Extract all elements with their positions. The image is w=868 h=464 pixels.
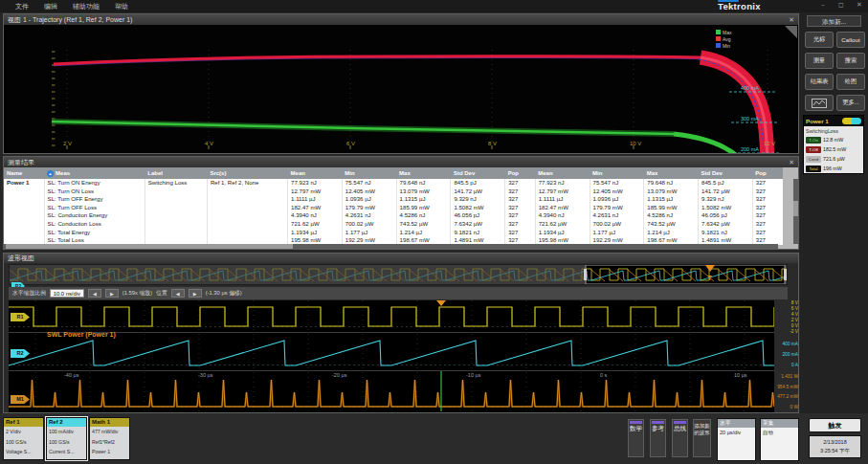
waveform-overview[interactable]: T R2: [9, 264, 788, 285]
toolbar-label: 水平缩放比例: [12, 289, 46, 298]
column-header-srcs[interactable]: Src(s): [207, 167, 287, 179]
toolbar-label: (-1.30 µs 偏移): [206, 289, 242, 298]
time-tick-label: 10 µs: [734, 372, 747, 378]
cell-value: 4.3940 nJ: [535, 211, 590, 220]
menu-item-文件[interactable]: 文件: [15, 2, 29, 11]
selection-handle-right[interactable]: [784, 269, 787, 280]
horizontal-panel[interactable]: 水平 20 µs/div: [717, 418, 756, 461]
results-titlebar[interactable]: 测量结果 ✕: [4, 157, 798, 167]
maximize-icon[interactable]: ◻: [836, 1, 846, 11]
column-header-mean[interactable]: Mean: [288, 167, 343, 179]
waveform-titlebar[interactable]: 波形视图: [4, 254, 798, 263]
cell-value: 4.3940 nJ: [288, 211, 343, 220]
column-header-min[interactable]: Min: [590, 167, 644, 179]
table-row[interactable]: SL: Turn OFF Loss182.47 mW179.79 mW185.9…: [4, 204, 783, 212]
close-icon[interactable]: ✕: [789, 16, 794, 24]
logo-swoosh-icon: [718, 0, 739, 2]
cell-value: 179.79 mW: [590, 204, 644, 212]
toolbar-button[interactable]: ◀: [88, 289, 101, 298]
sidebar-button-更多...[interactable]: 更多...: [836, 95, 865, 111]
scroll-thumb[interactable]: [793, 201, 798, 216]
legend-swatch-icon: [716, 36, 721, 41]
cell-value: 9.329 nJ: [699, 195, 753, 204]
legend-label: Avg: [723, 36, 731, 42]
sidebar-button-测量[interactable]: 测量: [805, 53, 834, 69]
results-table: Name▲MeasLabelSrc(s)MeanMinMaxStd DevPop…: [4, 167, 783, 245]
vertical-scrollbar[interactable]: [793, 179, 798, 244]
sidebar-button-plot-icon[interactable]: [805, 95, 834, 111]
zoom-scale-value[interactable]: 10.0 ns/div: [50, 289, 84, 298]
measurement-value: 196 mW: [823, 166, 842, 171]
cell-value: 46.056 pJ: [451, 211, 505, 220]
waveform-badge-ref2[interactable]: Ref 2100 mA/div100 GS/sCurrent S...: [46, 417, 87, 460]
button-参考[interactable]: 参考: [650, 419, 666, 457]
trigger-marker-icon[interactable]: [436, 300, 446, 306]
column-header-pop[interactable]: Pop: [505, 167, 536, 179]
sidebar-button-结果表[interactable]: 结果表: [805, 74, 834, 90]
table-row[interactable]: Power 1SL: Turn ON EnergySwitching LossR…: [4, 179, 783, 188]
table-header-row[interactable]: Name▲MeasLabelSrc(s)MeanMinMaxStd DevPop…: [4, 167, 783, 179]
cell-value: 12.797 mW: [535, 188, 590, 196]
column-header-max[interactable]: Max: [644, 167, 699, 179]
menu-item-帮助[interactable]: 帮助: [115, 2, 128, 11]
column-header-min[interactable]: Min: [342, 167, 396, 179]
column-header-max[interactable]: Max: [396, 167, 451, 179]
column-header-mean[interactable]: Mean: [535, 167, 590, 179]
waveform-grid[interactable]: SWL Power (Power 1) -40 µs-30 µs-20 µs-1…: [9, 300, 774, 412]
acquisition-panel[interactable]: 采集 自动: [760, 418, 799, 461]
table-row[interactable]: SL: Conduction Loss721.62 µW700.02 µW743…: [4, 220, 783, 229]
power1-badge-header[interactable]: Power 1: [804, 116, 863, 126]
toolbar-button[interactable]: ▶: [189, 289, 202, 298]
sort-icon[interactable]: ▲: [47, 170, 54, 177]
add-new-button[interactable]: 添加新...: [807, 15, 861, 27]
cell-meas: SL: Turn ON Loss: [44, 188, 145, 196]
toolbar-button[interactable]: ◀: [171, 289, 185, 298]
sidebar-button-绘图[interactable]: 绘图: [836, 74, 865, 90]
cell-value: 1.1111 µJ: [288, 195, 343, 204]
power1-toggle[interactable]: [842, 118, 861, 124]
sidebar-button-搜索[interactable]: 搜索: [836, 53, 865, 69]
column-header-stddev[interactable]: Std Dev: [451, 167, 505, 179]
button-总线[interactable]: 总线: [672, 419, 688, 457]
trigger-letter: T: [708, 275, 713, 281]
sidebar-button-Callout[interactable]: Callout: [836, 32, 865, 48]
column-header-label[interactable]: Label: [145, 167, 207, 179]
minimize-icon[interactable]: －: [818, 1, 828, 11]
column-header-pop[interactable]: Pop: [752, 167, 783, 179]
cell-value: 12.405 mW: [342, 188, 396, 196]
trigger-button[interactable]: 触发: [809, 418, 861, 432]
menu-item-编辑[interactable]: 编辑: [44, 2, 57, 11]
legend-swatch-icon: [716, 30, 721, 34]
selection-handle-left[interactable]: [584, 269, 587, 280]
cell-value: 1.177 µJ: [342, 229, 396, 237]
trajectory-title: 视图 1 - Trajectory (Ref 1, Ref 2, Power 1…: [8, 15, 132, 25]
table-row[interactable]: SL: Turn OFF Energy1.1111 µJ1.0936 µJ1.1…: [4, 195, 783, 204]
waveform-badge-math1[interactable]: Math 1477 mW/divRef1*Ref2Power 1: [89, 417, 130, 460]
menu-item-辅助功能[interactable]: 辅助功能: [73, 2, 100, 11]
resize-handle-icon[interactable]: [785, 26, 797, 38]
power-trace: [52, 122, 674, 134]
button-数学[interactable]: 数学: [628, 419, 644, 457]
table-row[interactable]: SL: Conduction Energy4.3940 nJ4.2631 nJ4…: [4, 211, 783, 220]
column-header-meas[interactable]: ▲Meas: [44, 167, 145, 179]
sidebar-button-光标[interactable]: 光标: [805, 32, 834, 48]
column-header-name[interactable]: Name: [4, 167, 44, 179]
horizontal-scrollbar[interactable]: [4, 244, 778, 249]
close-icon[interactable]: ✕: [789, 159, 794, 166]
cell-meas: SL: Conduction Energy: [44, 211, 145, 220]
badge-header: Ref 1: [4, 418, 43, 427]
trajectory-plot[interactable]: MaxAvgMin 2 V4 V6 V8 V10 V12 V 400 mA300…: [4, 25, 798, 153]
cell-value: 743.52 µW: [396, 220, 451, 229]
close-icon[interactable]: ✕: [855, 1, 864, 11]
table-row[interactable]: SL: Total Energy1.1934 µJ1.177 µJ1.214 µ…: [4, 229, 783, 237]
scroll-thumb[interactable]: [6, 244, 293, 249]
column-header-stddev[interactable]: Std Dev: [699, 167, 753, 179]
add-new-waveform-button[interactable]: 添加新的波形: [693, 419, 711, 457]
waveform-badge-ref1[interactable]: Ref 12 V/div100 GS/sVoltage S...: [3, 417, 44, 460]
trajectory-titlebar[interactable]: 视图 1 - Trajectory (Ref 1, Ref 2, Power 1…: [4, 14, 798, 25]
power1-badge[interactable]: Power 1 SwitchingLoss T-On12.8 mWT-Off18…: [803, 115, 864, 174]
acquisition-panel-title: 采集: [761, 419, 798, 428]
toolbar-button[interactable]: ▶: [105, 289, 119, 298]
time-tick-label: -20 µs: [332, 372, 346, 378]
table-row[interactable]: SL: Turn ON Loss12.797 mW12.405 mW13.079…: [4, 188, 783, 196]
